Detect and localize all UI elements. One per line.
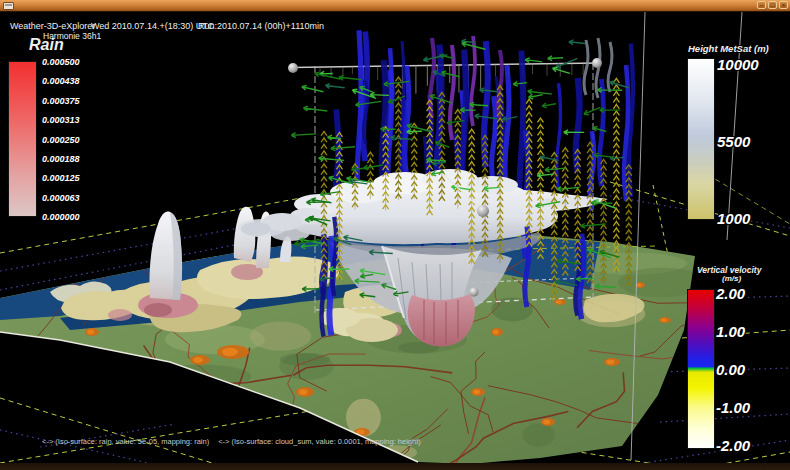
height-colorbar [687, 58, 715, 220]
valid-time: Wed 2010.07.14.+(18:30) UTC [91, 21, 214, 31]
velocity-legend-unit: (m/s) [722, 274, 741, 283]
rain-legend-title: Rain [29, 36, 64, 54]
velocity-tick-label: 1.00 [716, 323, 745, 340]
window-titlebar[interactable]: –□× [0, 0, 790, 12]
status-bar: <-> (Iso-surface: rain, value: 5e-05, ma… [42, 437, 421, 446]
rain-tick-label: 0.000250 [42, 135, 80, 145]
rain-tick-label: 0.000313 [42, 115, 80, 125]
velocity-tick-label: -2.00 [716, 437, 750, 454]
plane-corner-handle-right[interactable] [592, 58, 602, 68]
minimize-button[interactable]: – [757, 1, 766, 9]
scene-3d-viewport[interactable] [0, 11, 790, 463]
height-legend-title: Height MetSat (m) [688, 43, 769, 54]
window-menu-icon[interactable] [3, 2, 14, 10]
app-window: –□× Weather-3D-eXplorer Wed 2010.07.14.+… [0, 0, 790, 470]
run-info: Run:2010.07.14 (00h)+1110min [198, 21, 324, 31]
height-tick-label: 5500 [717, 133, 750, 150]
window-controls: –□× [757, 1, 788, 9]
plane-corner-handle-left[interactable] [288, 63, 298, 73]
rain-tick-label: 0.000188 [42, 154, 80, 164]
probe-handle-sphere[interactable] [477, 205, 489, 217]
rain-tick-label: 0.000063 [42, 193, 80, 203]
rain-tick-label: 0.000438 [42, 76, 80, 86]
close-button[interactable]: × [779, 1, 788, 9]
rain-tick-label: 0.000000 [42, 212, 80, 222]
velocity-tick-label: 0.00 [716, 361, 745, 378]
height-tick-label: 1000 [717, 210, 750, 227]
velocity-colorbar [687, 289, 715, 449]
status-isosurface-cloud: <-> (Iso-surface: cloud_sum, value: 0.00… [218, 437, 421, 446]
rain-tick-label: 0.000500 [42, 57, 80, 67]
status-isosurface-rain: <-> (Iso-surface: rain, value: 5e-05, ma… [42, 437, 209, 446]
height-tick-label: 10000 [717, 56, 759, 73]
maximize-button[interactable]: □ [768, 1, 777, 9]
velocity-tick-label: 2.00 [716, 285, 745, 302]
rain-tick-label: 0.000375 [42, 96, 80, 106]
window-bottom-border [0, 463, 790, 470]
plane-base-handle[interactable] [470, 288, 479, 297]
velocity-tick-label: -1.00 [716, 399, 750, 416]
rain-colorbar [8, 61, 37, 217]
app-title: Weather-3D-eXplorer [10, 21, 95, 31]
rain-tick-label: 0.000125 [42, 173, 80, 183]
